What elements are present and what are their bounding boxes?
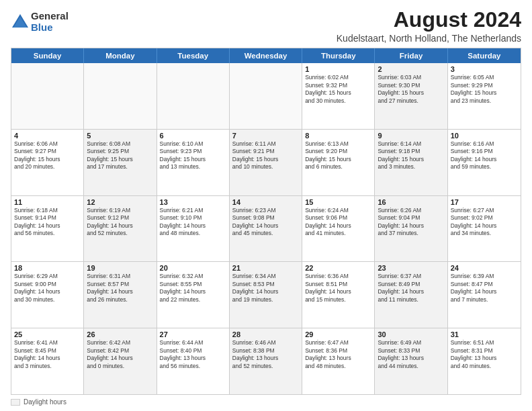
calendar-body: 1Sunrise: 6:02 AM Sunset: 9:32 PM Daylig… [11,63,521,394]
day-number-9: 9 [378,132,444,140]
day-info-16: Sunrise: 6:26 AM Sunset: 9:04 PM Dayligh… [378,207,444,238]
legend: Daylight hours [11,398,521,406]
header-day-saturday: Saturday [448,48,521,63]
day-number-26: 26 [87,330,153,338]
day-info-11: Sunrise: 6:18 AM Sunset: 9:14 PM Dayligh… [14,207,81,238]
calendar-cell-3-3: 21Sunrise: 6:34 AM Sunset: 8:53 PM Dayli… [230,262,302,328]
day-number-16: 16 [378,198,444,206]
legend-label: Daylight hours [24,398,66,406]
day-info-20: Sunrise: 6:32 AM Sunset: 8:55 PM Dayligh… [160,273,226,304]
calendar-row-4: 25Sunrise: 6:41 AM Sunset: 8:45 PM Dayli… [11,328,521,394]
day-number-10: 10 [451,132,518,140]
calendar-row-3: 18Sunrise: 6:29 AM Sunset: 9:00 PM Dayli… [11,261,521,328]
day-number-28: 28 [232,330,299,338]
day-info-21: Sunrise: 6:34 AM Sunset: 8:53 PM Dayligh… [232,273,299,304]
logo-text: General Blue [31,11,69,33]
day-number-19: 19 [87,264,153,272]
day-number-17: 17 [451,198,518,206]
header-day-monday: Monday [84,48,157,63]
calendar-cell-3-1: 19Sunrise: 6:31 AM Sunset: 8:57 PM Dayli… [84,262,157,328]
day-number-14: 14 [232,198,299,206]
day-info-17: Sunrise: 6:27 AM Sunset: 9:02 PM Dayligh… [451,207,518,238]
calendar-cell-4-1: 26Sunrise: 6:42 AM Sunset: 8:42 PM Dayli… [84,328,157,394]
day-info-10: Sunrise: 6:16 AM Sunset: 9:16 PM Dayligh… [451,140,518,171]
day-number-18: 18 [14,264,81,272]
day-number-31: 31 [451,330,518,338]
day-info-25: Sunrise: 6:41 AM Sunset: 8:45 PM Dayligh… [14,339,81,370]
calendar-cell-1-6: 10Sunrise: 6:16 AM Sunset: 9:16 PM Dayli… [448,130,521,195]
calendar-row-2: 11Sunrise: 6:18 AM Sunset: 9:14 PM Dayli… [11,195,521,262]
calendar-cell-1-0: 4Sunrise: 6:06 AM Sunset: 9:27 PM Daylig… [11,130,84,195]
calendar-cell-0-0 [11,63,84,129]
day-info-12: Sunrise: 6:19 AM Sunset: 9:12 PM Dayligh… [87,207,153,238]
day-info-24: Sunrise: 6:39 AM Sunset: 8:47 PM Dayligh… [451,273,518,304]
calendar: SundayMondayTuesdayWednesdayThursdayFrid… [11,48,521,395]
calendar-cell-0-3 [230,63,302,129]
day-number-1: 1 [305,65,371,73]
calendar-cell-4-3: 28Sunrise: 6:46 AM Sunset: 8:38 PM Dayli… [230,328,302,394]
calendar-cell-1-5: 9Sunrise: 6:14 AM Sunset: 9:18 PM Daylig… [375,130,447,195]
day-info-15: Sunrise: 6:24 AM Sunset: 9:06 PM Dayligh… [305,207,371,238]
day-info-19: Sunrise: 6:31 AM Sunset: 8:57 PM Dayligh… [87,273,153,304]
day-info-2: Sunrise: 6:03 AM Sunset: 9:30 PM Dayligh… [378,74,444,105]
day-info-26: Sunrise: 6:42 AM Sunset: 8:42 PM Dayligh… [87,339,153,370]
day-number-4: 4 [14,132,81,140]
calendar-cell-4-6: 31Sunrise: 6:51 AM Sunset: 8:31 PM Dayli… [448,328,521,394]
day-info-18: Sunrise: 6:29 AM Sunset: 9:00 PM Dayligh… [14,273,81,304]
calendar-row-0: 1Sunrise: 6:02 AM Sunset: 9:32 PM Daylig… [11,63,521,129]
day-number-23: 23 [378,264,444,272]
header-day-wednesday: Wednesday [230,48,302,63]
day-info-28: Sunrise: 6:46 AM Sunset: 8:38 PM Dayligh… [232,339,299,370]
calendar-cell-3-4: 22Sunrise: 6:36 AM Sunset: 8:51 PM Dayli… [302,262,375,328]
day-number-7: 7 [232,132,299,140]
day-number-5: 5 [87,132,153,140]
day-number-21: 21 [232,264,299,272]
day-info-14: Sunrise: 6:23 AM Sunset: 9:08 PM Dayligh… [232,207,299,238]
day-number-11: 11 [14,198,81,206]
day-number-8: 8 [305,132,371,140]
calendar-cell-0-5: 2Sunrise: 6:03 AM Sunset: 9:30 PM Daylig… [375,63,447,129]
logo-general: General [31,11,69,22]
day-number-13: 13 [160,198,226,206]
calendar-cell-1-3: 7Sunrise: 6:11 AM Sunset: 9:21 PM Daylig… [230,130,302,195]
subtitle: Kudelstaart, North Holland, The Netherla… [337,33,521,44]
day-number-25: 25 [14,330,81,338]
day-number-20: 20 [160,264,226,272]
calendar-cell-4-4: 29Sunrise: 6:47 AM Sunset: 8:36 PM Dayli… [302,328,375,394]
day-info-30: Sunrise: 6:49 AM Sunset: 8:33 PM Dayligh… [378,339,444,370]
day-info-29: Sunrise: 6:47 AM Sunset: 8:36 PM Dayligh… [305,339,371,370]
calendar-cell-2-4: 15Sunrise: 6:24 AM Sunset: 9:06 PM Dayli… [302,196,375,262]
calendar-cell-2-0: 11Sunrise: 6:18 AM Sunset: 9:14 PM Dayli… [11,196,84,262]
calendar-cell-2-3: 14Sunrise: 6:23 AM Sunset: 9:08 PM Dayli… [230,196,302,262]
calendar-cell-3-6: 24Sunrise: 6:39 AM Sunset: 8:47 PM Dayli… [448,262,521,328]
day-info-3: Sunrise: 6:05 AM Sunset: 9:29 PM Dayligh… [451,74,518,105]
day-number-22: 22 [305,264,371,272]
calendar-cell-0-1 [84,63,157,129]
calendar-cell-3-0: 18Sunrise: 6:29 AM Sunset: 9:00 PM Dayli… [11,262,84,328]
day-number-6: 6 [160,132,226,140]
page: General Blue August 2024 Kudelstaart, No… [0,0,532,411]
calendar-cell-4-5: 30Sunrise: 6:49 AM Sunset: 8:33 PM Dayli… [375,328,447,394]
calendar-row-1: 4Sunrise: 6:06 AM Sunset: 9:27 PM Daylig… [11,129,521,195]
day-info-4: Sunrise: 6:06 AM Sunset: 9:27 PM Dayligh… [14,140,81,171]
day-number-27: 27 [160,330,226,338]
calendar-cell-1-1: 5Sunrise: 6:08 AM Sunset: 9:25 PM Daylig… [84,130,157,195]
day-number-3: 3 [451,65,518,73]
legend-box [11,399,20,406]
day-number-12: 12 [87,198,153,206]
day-info-31: Sunrise: 6:51 AM Sunset: 8:31 PM Dayligh… [451,339,518,370]
title-block: August 2024 Kudelstaart, North Holland, … [337,8,521,44]
day-number-15: 15 [305,198,371,206]
day-number-2: 2 [378,65,444,73]
calendar-cell-4-0: 25Sunrise: 6:41 AM Sunset: 8:45 PM Dayli… [11,328,84,394]
day-number-29: 29 [305,330,371,338]
header-day-sunday: Sunday [11,48,84,63]
day-info-23: Sunrise: 6:37 AM Sunset: 8:49 PM Dayligh… [378,273,444,304]
day-info-8: Sunrise: 6:13 AM Sunset: 9:20 PM Dayligh… [305,140,371,171]
day-number-30: 30 [378,330,444,338]
day-info-9: Sunrise: 6:14 AM Sunset: 9:18 PM Dayligh… [378,140,444,171]
calendar-cell-2-5: 16Sunrise: 6:26 AM Sunset: 9:04 PM Dayli… [375,196,447,262]
day-info-27: Sunrise: 6:44 AM Sunset: 8:40 PM Dayligh… [160,339,226,370]
logo-blue: Blue [31,22,69,34]
calendar-cell-0-4: 1Sunrise: 6:02 AM Sunset: 9:32 PM Daylig… [302,63,375,129]
